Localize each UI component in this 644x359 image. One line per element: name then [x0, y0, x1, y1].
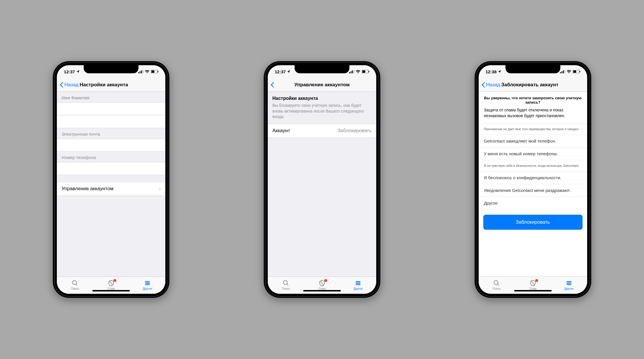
- status-time: 12:37: [275, 69, 286, 74]
- svg-rect-27: [561, 71, 562, 73]
- svg-point-33: [494, 281, 498, 285]
- svg-point-7: [72, 281, 76, 285]
- svg-rect-2: [141, 70, 142, 73]
- menu-icon: [355, 280, 362, 287]
- tab-search[interactable]: Поиск: [485, 280, 508, 290]
- tab-spam[interactable]: Спам: [521, 280, 544, 290]
- email-input[interactable]: [57, 139, 165, 152]
- notch: [506, 65, 560, 73]
- svg-point-20: [283, 281, 287, 285]
- menu-icon: [566, 280, 572, 287]
- notch: [84, 65, 138, 73]
- tab-spam[interactable]: Спам: [310, 280, 334, 290]
- tab-other[interactable]: Другое: [136, 280, 159, 290]
- account-key: Аккаунт: [272, 128, 290, 134]
- nav-header: Управление аккаунтом: [268, 78, 376, 92]
- status-time: 12:38: [486, 69, 497, 74]
- reason-option[interactable]: Getcontact замедляет мой телефон.: [479, 135, 587, 147]
- surname-input[interactable]: [57, 115, 165, 128]
- battery-icon: [362, 69, 369, 74]
- manage-account-row[interactable]: Управление аккаунтом ›: [57, 182, 165, 196]
- confirm-question: Вы уверенны, что хотите заморозить свою …: [479, 92, 587, 107]
- badge-dot: [535, 279, 538, 282]
- svg-rect-26: [560, 72, 561, 73]
- signal-icon: [560, 69, 565, 74]
- status-time: 12:37: [64, 69, 75, 74]
- home-indicator[interactable]: [92, 290, 130, 291]
- back-button[interactable]: Назад: [60, 82, 78, 88]
- content-area: Вы уверенны, что хотите заморозить свою …: [479, 92, 587, 276]
- home-indicator[interactable]: [514, 290, 552, 291]
- svg-rect-3: [143, 70, 143, 73]
- svg-rect-19: [369, 71, 369, 72]
- svg-rect-6: [158, 71, 158, 72]
- reason-option[interactable]: Приложение не дает мне того преимущества…: [479, 124, 587, 135]
- reason-option[interactable]: Уведомления Getcontact меня раздражают.: [479, 184, 587, 197]
- tab-other[interactable]: Другое: [347, 280, 370, 290]
- svg-rect-15: [352, 70, 353, 73]
- wifi-icon: [145, 69, 149, 74]
- svg-rect-18: [362, 70, 365, 73]
- nav-header: Назад Заблокировать аккаунт: [479, 78, 587, 92]
- reason-option[interactable]: Я беспокоюсь о конфиденциальности.: [479, 171, 587, 184]
- wifi-icon: [567, 69, 571, 74]
- block-button[interactable]: Заблокировать: [483, 215, 583, 230]
- chevron-right-icon: ›: [159, 186, 161, 192]
- phone-input[interactable]: [57, 162, 165, 175]
- svg-rect-31: [573, 70, 576, 73]
- chevron-left-icon: [482, 82, 485, 88]
- nav-title: Заблокировать аккаунт: [501, 82, 558, 88]
- back-button[interactable]: [271, 82, 274, 88]
- svg-rect-14: [351, 71, 351, 73]
- manage-account-label: Управление аккаунтом: [61, 186, 113, 192]
- svg-line-22: [320, 281, 324, 285]
- nav-header: Назад Настройки аккаунта: [57, 78, 165, 92]
- location-icon: [76, 69, 80, 74]
- tab-search-label: Поиск: [71, 287, 79, 290]
- battery-icon: [573, 69, 580, 74]
- tab-search[interactable]: Поиск: [63, 280, 87, 290]
- tab-search-label: Поиск: [282, 287, 290, 290]
- svg-rect-1: [140, 71, 141, 73]
- svg-line-8: [76, 284, 77, 285]
- svg-line-21: [287, 284, 288, 285]
- tab-other[interactable]: Другое: [557, 280, 581, 290]
- tab-other-label: Другое: [353, 287, 363, 290]
- search-icon: [72, 280, 78, 287]
- home-indicator[interactable]: [303, 290, 341, 291]
- tab-other-label: Другое: [143, 287, 152, 290]
- location-icon: [498, 69, 501, 74]
- reason-option[interactable]: Другое: [479, 197, 587, 210]
- svg-rect-32: [580, 71, 580, 72]
- tab-search[interactable]: Поиск: [274, 280, 297, 290]
- account-value: Заблокировать: [337, 128, 372, 134]
- phone-mockup-3: 12:38 Назад Заблокировать аккаунт Вы уве…: [475, 61, 591, 298]
- tab-spam[interactable]: Спам: [100, 280, 123, 290]
- menu-icon: [144, 280, 151, 287]
- svg-rect-28: [563, 70, 564, 73]
- reason-option[interactable]: Я не чувствую себя в безопасности, когда…: [479, 160, 587, 171]
- name-label: Имя Фамилия: [57, 92, 165, 102]
- wifi-icon: [356, 69, 360, 74]
- notch: [295, 65, 349, 73]
- signal-icon: [138, 69, 143, 74]
- warning-text: Защита от спама будет отключена и показ …: [479, 107, 587, 123]
- reason-option[interactable]: У меня есть новый номер телефона.: [479, 147, 587, 160]
- svg-rect-29: [564, 70, 565, 73]
- content-area: Настройки аккаунта Вы блокируете свою уч…: [268, 92, 376, 276]
- phone-mockup-2: 12:37 Управление аккаунтом Настройки акк…: [264, 61, 380, 298]
- search-icon: [282, 280, 289, 287]
- name-input[interactable]: [57, 102, 165, 115]
- badge-dot: [324, 279, 327, 282]
- account-row[interactable]: Аккаунт Заблокировать: [268, 124, 376, 138]
- chevron-left-icon: [60, 82, 63, 88]
- battery-icon: [151, 69, 158, 74]
- search-icon: [493, 280, 500, 287]
- back-label: Назад: [64, 82, 78, 88]
- phone-mockup-1: 12:37 Назад Настройки аккаунта Имя Фамил…: [53, 61, 169, 298]
- tab-other-label: Другое: [564, 287, 574, 290]
- nav-title: Настройки аккаунта: [80, 82, 128, 88]
- back-button[interactable]: Назад: [482, 82, 500, 88]
- svg-rect-16: [353, 70, 354, 73]
- signal-icon: [349, 69, 354, 74]
